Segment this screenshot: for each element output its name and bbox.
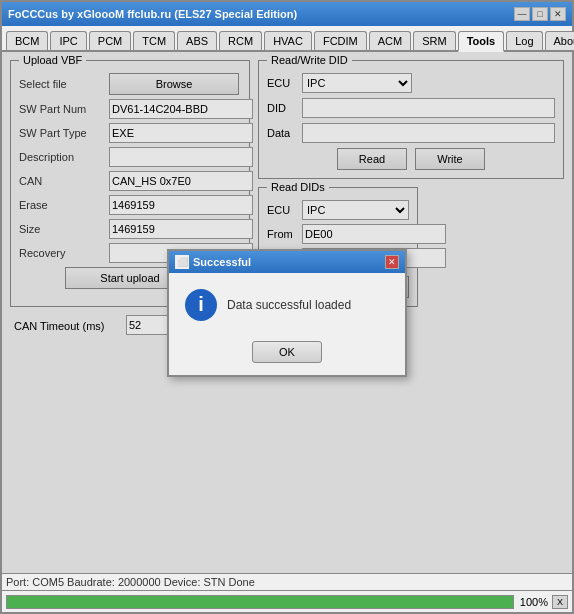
title-bar-buttons: — □ ✕ xyxy=(514,7,566,21)
status-text: Port: COM5 Baudrate: 2000000 Device: STN… xyxy=(2,573,572,590)
modal-footer: OK xyxy=(169,337,405,375)
tab-rcm[interactable]: RCM xyxy=(219,31,262,50)
main-content: Upload VBF Select file Browse SW Part Nu… xyxy=(2,52,572,573)
menu-bar: BCM IPC PCM TCM ABS RCM HVAC FCDIM ACM S… xyxy=(2,26,572,52)
status-x-button[interactable]: X xyxy=(552,595,568,609)
tab-tools[interactable]: Tools xyxy=(458,31,505,52)
bottom-row: Port: COM5 Baudrate: 2000000 Device: STN… xyxy=(2,573,572,612)
modal-message: Data successful loaded xyxy=(227,298,351,312)
modal-ok-button[interactable]: OK xyxy=(252,341,322,363)
tab-abs[interactable]: ABS xyxy=(177,31,217,50)
main-window: FoCCCus by xGloooM ffclub.ru (ELS27 Spec… xyxy=(0,0,574,614)
progress-percent: 100% xyxy=(518,596,548,608)
modal-info-icon: i xyxy=(185,289,217,321)
tab-ipc[interactable]: IPC xyxy=(50,31,86,50)
modal-title-label: Successful xyxy=(193,256,251,268)
tab-hvac[interactable]: HVAC xyxy=(264,31,312,50)
modal-close-button[interactable]: ✕ xyxy=(385,255,399,269)
modal-title-text: ⬜ Successful xyxy=(175,255,251,269)
modal-body: i Data successful loaded xyxy=(169,273,405,337)
progress-bar-container xyxy=(6,595,514,609)
progress-bar-fill xyxy=(7,596,513,608)
successful-modal: ⬜ Successful ✕ i Data successful loaded … xyxy=(167,249,407,377)
tab-about[interactable]: About xyxy=(545,31,574,50)
status-bar: 100% X xyxy=(2,590,572,612)
title-bar: FoCCCus by xGloooM ffclub.ru (ELS27 Spec… xyxy=(2,2,572,26)
tab-srm[interactable]: SRM xyxy=(413,31,455,50)
tab-fcdim[interactable]: FCDIM xyxy=(314,31,367,50)
close-button[interactable]: ✕ xyxy=(550,7,566,21)
modal-title-icon: ⬜ xyxy=(175,255,189,269)
tab-pcm[interactable]: PCM xyxy=(89,31,131,50)
window-title: FoCCCus by xGloooM ffclub.ru (ELS27 Spec… xyxy=(8,8,297,20)
tab-log[interactable]: Log xyxy=(506,31,542,50)
minimize-button[interactable]: — xyxy=(514,7,530,21)
modal-overlay: ⬜ Successful ✕ i Data successful loaded … xyxy=(2,52,572,573)
tab-tcm[interactable]: TCM xyxy=(133,31,175,50)
modal-title-bar: ⬜ Successful ✕ xyxy=(169,251,405,273)
tab-acm[interactable]: ACM xyxy=(369,31,411,50)
maximize-button[interactable]: □ xyxy=(532,7,548,21)
tab-bcm[interactable]: BCM xyxy=(6,31,48,50)
